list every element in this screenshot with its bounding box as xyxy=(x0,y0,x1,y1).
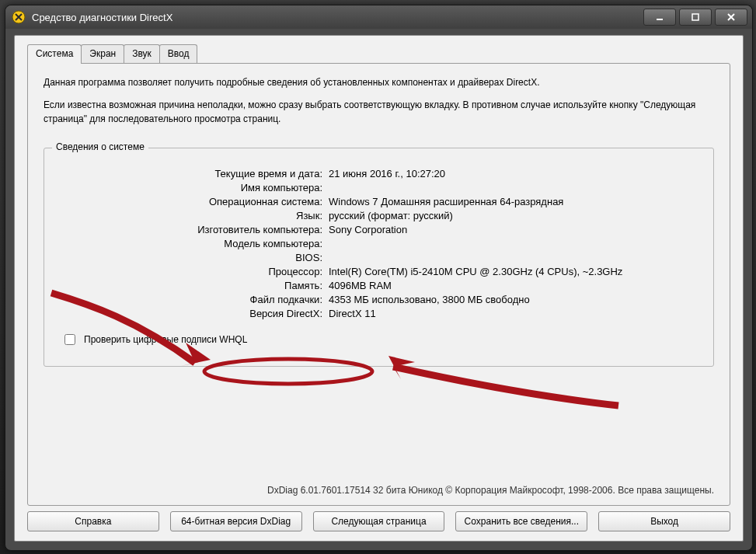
row-pagefile: Файл подкачки:4353 МБ использовано, 3800… xyxy=(58,294,699,305)
titlebar: Средство диагностики DirectX xyxy=(5,5,752,29)
bottom-buttons: Справка 64-битная версия DxDiag Следующа… xyxy=(27,511,730,531)
label-bios: BIOS: xyxy=(58,252,329,263)
whql-checkbox[interactable] xyxy=(64,334,75,345)
value-memory: 4096MB RAM xyxy=(329,280,699,291)
group-legend: Сведения о системе xyxy=(52,141,148,152)
row-memory: Память:4096MB RAM xyxy=(58,280,699,291)
window-title: Средство диагностики DirectX xyxy=(32,12,643,23)
row-lang: Язык:русский (формат: русский) xyxy=(58,210,699,221)
tab-system[interactable]: Система xyxy=(27,44,82,64)
tab-input[interactable]: Ввод xyxy=(159,44,198,64)
minimize-button[interactable] xyxy=(643,9,676,26)
footer-copyright: DxDiag 6.01.7601.17514 32 бита Юникод © … xyxy=(267,485,714,496)
label-memory: Память: xyxy=(58,280,329,291)
row-cpu: Процессор:Intel(R) Core(TM) i5-2410M CPU… xyxy=(58,266,699,277)
value-dxver: DirectX 11 xyxy=(329,308,699,319)
row-computer: Имя компьютера: xyxy=(58,182,699,193)
row-model: Модель компьютера: xyxy=(58,238,699,249)
close-button[interactable] xyxy=(715,9,747,26)
maximize-button[interactable] xyxy=(679,9,712,26)
system-info-group: Сведения о системе Текущие время и дата:… xyxy=(44,148,714,367)
save-all-button[interactable]: Сохранить все сведения... xyxy=(455,511,587,531)
row-bios: BIOS: xyxy=(58,252,699,263)
exit-button[interactable]: Выход xyxy=(598,511,730,531)
row-manufacturer: Изготовитель компьютера:Sony Corporation xyxy=(58,224,699,235)
dxdiag-icon xyxy=(12,10,26,24)
tab-screen[interactable]: Экран xyxy=(81,44,124,64)
whql-check-row: Проверить цифровые подписи WHQL xyxy=(61,332,699,347)
intro-text-2: Если известна возможная причина неполадк… xyxy=(44,99,714,126)
label-model: Модель компьютера: xyxy=(58,238,329,249)
tab-panel: Данная программа позволяет получить подр… xyxy=(27,63,730,506)
value-cpu: Intel(R) Core(TM) i5-2410M CPU @ 2.30GHz… xyxy=(329,266,699,277)
value-pagefile: 4353 МБ использовано, 3800 МБ свободно xyxy=(329,294,699,305)
bit64-button[interactable]: 64-битная версия DxDiag xyxy=(170,511,302,531)
label-dxver: Версия DirectX: xyxy=(58,308,329,319)
client-area: Система Экран Звук Ввод Данная программа… xyxy=(14,35,744,542)
next-page-button[interactable]: Следующая страница xyxy=(313,511,445,531)
value-datetime: 21 июня 2016 г., 10:27:20 xyxy=(329,168,699,179)
value-os: Windows 7 Домашняя расширенная 64-разряд… xyxy=(329,196,699,207)
value-manufacturer: Sony Corporation xyxy=(329,224,699,235)
svg-rect-2 xyxy=(692,14,699,20)
intro-text-1: Данная программа позволяет получить подр… xyxy=(44,76,714,89)
whql-label: Проверить цифровые подписи WHQL xyxy=(84,334,247,345)
row-datetime: Текущие время и дата:21 июня 2016 г., 10… xyxy=(58,168,699,179)
row-os: Операционная система:Windows 7 Домашняя … xyxy=(58,196,699,207)
label-lang: Язык: xyxy=(58,210,329,221)
dxdiag-window: Средство диагностики DirectX Система Экр… xyxy=(5,5,753,551)
label-datetime: Текущие время и дата: xyxy=(58,168,329,179)
label-os: Операционная система: xyxy=(58,196,329,207)
help-button[interactable]: Справка xyxy=(27,511,159,531)
label-computer: Имя компьютера: xyxy=(58,182,329,193)
label-pagefile: Файл подкачки: xyxy=(58,294,329,305)
label-cpu: Процессор: xyxy=(58,266,329,277)
row-dxver: Версия DirectX:DirectX 11 xyxy=(58,308,699,319)
label-manufacturer: Изготовитель компьютера: xyxy=(58,224,329,235)
tab-sound[interactable]: Звук xyxy=(124,44,160,64)
value-lang: русский (формат: русский) xyxy=(329,210,699,221)
